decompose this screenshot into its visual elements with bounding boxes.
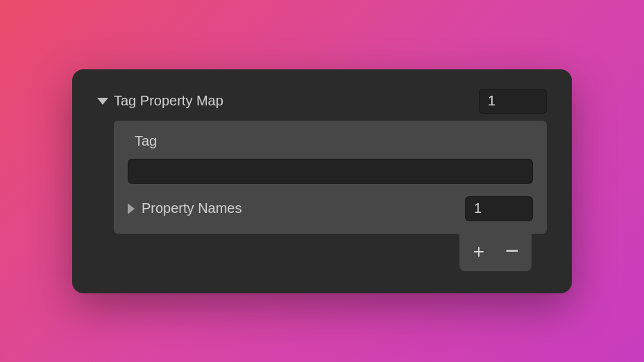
tag-property-map-label: Tag Property Map <box>114 93 223 109</box>
add-button[interactable]: + <box>462 238 495 266</box>
chevron-down-icon <box>97 98 108 105</box>
property-names-label: Property Names <box>142 200 242 216</box>
add-remove-button-group: + − <box>459 234 532 271</box>
inspector-panel: Tag Property Map Tag Property Names + − <box>72 69 572 293</box>
tag-property-map-header: Tag Property Map <box>97 89 547 114</box>
property-names-foldout[interactable]: Property Names <box>128 200 242 216</box>
tag-property-map-count-input[interactable] <box>479 89 547 114</box>
tag-input[interactable] <box>128 159 533 184</box>
tag-property-map-foldout[interactable]: Tag Property Map <box>97 93 223 109</box>
property-names-count-input[interactable] <box>465 196 533 221</box>
property-names-row: Property Names <box>128 196 533 221</box>
remove-button[interactable]: − <box>495 238 529 266</box>
chevron-right-icon <box>128 203 135 214</box>
array-element-block: Tag Property Names <box>114 121 547 234</box>
array-button-row: + − <box>97 234 547 271</box>
tag-label: Tag <box>135 133 533 149</box>
